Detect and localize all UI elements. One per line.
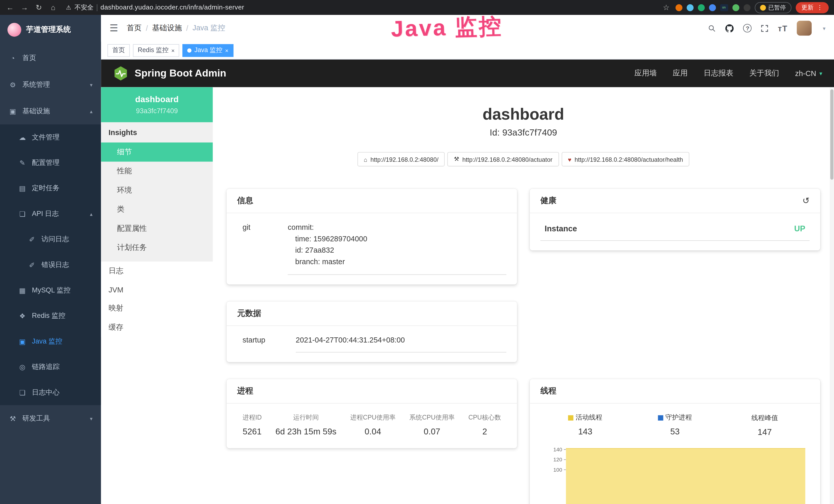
sidebar-item-home[interactable]: ◔ 首页 xyxy=(0,45,101,71)
legend-label: 活动线程 xyxy=(576,413,602,422)
metric-system-cpu: 系统CPU使用率 0.07 xyxy=(409,413,455,437)
address-bar[interactable]: ⚠ 不安全 dashboard.yudao.iocoder.cn/infra/a… xyxy=(66,3,244,12)
help-icon[interactable]: ? xyxy=(743,24,752,32)
process-card-body: 进程ID 5261 运行时间 6d 23h 15m 59s xyxy=(226,404,517,449)
info-card-header: 信息 xyxy=(226,189,517,213)
metric-process-cpu: 进程CPU使用率 0.04 xyxy=(350,413,396,437)
sba-item-caches[interactable]: 缓存 xyxy=(101,318,213,337)
fullscreen-icon[interactable] xyxy=(761,24,769,32)
chart-y-axis: 140 120 100 xyxy=(547,445,566,504)
avatar-caret-icon[interactable]: ▾ xyxy=(823,25,825,31)
sidebar-item-java-monitor[interactable]: ▣ Java 监控 xyxy=(0,329,101,354)
admin-sidebar: 芋道管理系统 ◔ 首页 ⚙ 系统管理 ▾ ▣ 基础设施 ▴ ☁ 文件管理 xyxy=(0,15,101,504)
home-icon[interactable]: ⌂ xyxy=(48,3,58,12)
forward-icon[interactable]: → xyxy=(20,3,29,12)
sba-language-select[interactable]: zh-CN ▾ xyxy=(795,69,822,77)
health-url-button[interactable]: ♥ http://192.168.0.2:48080/actuator/heal… xyxy=(562,152,689,166)
sba-item-environment[interactable]: 环境 xyxy=(101,181,213,200)
metric-uptime: 运行时间 6d 23h 15m 59s xyxy=(275,413,336,437)
tab-home[interactable]: 首页 xyxy=(107,44,130,57)
sba-nav-about[interactable]: 关于我们 xyxy=(749,69,779,78)
metric-label: 进程ID xyxy=(242,413,262,422)
more-menu-icon[interactable]: ⋮ xyxy=(817,4,823,11)
sidebar-item-system-mgmt[interactable]: ⚙ 系统管理 ▾ xyxy=(0,71,101,98)
sidebar-item-redis-monitor[interactable]: ❖ Redis 监控 xyxy=(0,303,101,328)
scrollbar[interactable] xyxy=(830,87,834,504)
threads-card-header: 线程 xyxy=(530,379,820,404)
extension-icon-orange[interactable] xyxy=(675,4,682,11)
metric-value: 2 xyxy=(468,427,501,437)
breadcrumb-home[interactable]: 首页 xyxy=(127,23,141,33)
sba-item-config-props[interactable]: 配置属性 xyxy=(101,219,213,238)
document-icon: ❏ xyxy=(18,388,26,396)
sba-item-details[interactable]: 细节 xyxy=(101,142,213,162)
sba-item-scheduled-tasks[interactable]: 计划任务 xyxy=(101,238,213,257)
list-icon: ▤ xyxy=(18,184,26,192)
sidebar-item-config-mgmt[interactable]: ✎ 配置管理 xyxy=(0,150,101,175)
warning-icon: ⚠ xyxy=(66,4,71,11)
sba-nav-journal[interactable]: 日志报表 xyxy=(704,69,733,78)
hamburger-icon[interactable]: ☰ xyxy=(110,22,118,34)
extension-icon-grid[interactable] xyxy=(709,4,716,11)
sidebar-item-scheduled-jobs[interactable]: ▤ 定时任务 xyxy=(0,175,101,201)
extension-icon-puzzle[interactable] xyxy=(743,4,750,11)
sba-item-mappings[interactable]: 映射 xyxy=(101,299,213,318)
sidebar-item-tracing[interactable]: ◎ 链路追踪 xyxy=(0,354,101,380)
sidebar-item-log-center[interactable]: ❏ 日志中心 xyxy=(0,380,101,405)
threads-card: 线程 活动线程 1 xyxy=(530,379,820,504)
health-instance-row[interactable]: Instance UP xyxy=(541,222,810,241)
layers-icon: ❖ xyxy=(18,312,26,320)
search-icon[interactable] xyxy=(708,24,716,32)
sba-item-jvm[interactable]: JVM xyxy=(101,281,213,299)
update-button[interactable]: 更新 ⋮ xyxy=(795,2,829,13)
extension-icon-green[interactable] xyxy=(698,4,705,11)
sba-item-classes[interactable]: 类 xyxy=(101,200,213,219)
user-avatar[interactable] xyxy=(797,21,812,36)
sba-brand[interactable]: Spring Boot Admin xyxy=(113,66,226,82)
breadcrumb-infrastructure[interactable]: 基础设施 xyxy=(152,23,182,33)
extension-icon-on[interactable]: on xyxy=(720,4,728,11)
sba-nav-applications[interactable]: 应用 xyxy=(673,69,687,78)
sidebar-item-error-logs[interactable]: ✐ 错误日志 xyxy=(0,252,101,278)
font-size-icon[interactable]: тT xyxy=(778,24,788,32)
actuator-url-button[interactable]: ⚒ http://192.168.0.2:48080/actuator xyxy=(447,152,559,166)
sidebar-item-infrastructure[interactable]: ▣ 基础设施 ▴ xyxy=(0,98,101,124)
legend-swatch-blue xyxy=(658,415,663,420)
tab-redis-monitor[interactable]: Redis 监控 × xyxy=(133,44,179,57)
heart-icon: ♥ xyxy=(568,156,571,162)
sidebar-item-mysql-monitor[interactable]: ▦ MySQL 监控 xyxy=(0,278,101,303)
eye-icon: ◎ xyxy=(18,363,26,371)
back-icon[interactable]: ← xyxy=(5,3,15,12)
extension-icon-drop[interactable] xyxy=(686,4,693,11)
browser-actions: ☆ on 已暂停 更新 ⋮ xyxy=(661,2,829,13)
tab-java-monitor[interactable]: Java 监控 × xyxy=(183,44,233,57)
close-icon[interactable]: × xyxy=(171,47,175,53)
sidebar-item-access-logs[interactable]: ✐ 访问日志 xyxy=(0,226,101,252)
extension-icon-leaf[interactable] xyxy=(732,4,739,11)
url-text[interactable]: dashboard.yudao.iocoder.cn/infra/admin-s… xyxy=(101,4,244,11)
sidebar-item-api-logs[interactable]: ❏ API 日志 ▴ xyxy=(0,201,101,226)
instance-header[interactable]: dashboard 93a3fc7f7409 xyxy=(101,87,213,122)
sidebar-item-file-mgmt[interactable]: ☁ 文件管理 xyxy=(0,124,101,150)
app-logo-row[interactable]: 芋道管理系统 xyxy=(0,15,101,45)
sba-nav-wallboard[interactable]: 应用墙 xyxy=(634,69,657,78)
process-card-title: 进程 xyxy=(237,386,253,396)
scrollbar-thumb[interactable] xyxy=(830,89,833,180)
service-url-button[interactable]: ⌂ http://192.168.0.2:48080/ xyxy=(357,152,445,166)
sidebar-item-dev-tools[interactable]: ⚒ 研发工具 ▾ xyxy=(0,405,101,432)
y-tick: 120 xyxy=(547,455,566,465)
history-icon[interactable]: ↺ xyxy=(803,196,810,206)
bookmark-star-icon[interactable]: ☆ xyxy=(661,3,671,12)
reload-icon[interactable]: ↻ xyxy=(34,3,44,12)
sidebar-item-label: MySQL 监控 xyxy=(32,285,70,295)
info-card: 信息 git commit: time: 1596289704000 id: 2 xyxy=(226,189,517,284)
security-label[interactable]: 不安全 xyxy=(74,3,94,12)
sba-item-metrics[interactable]: 性能 xyxy=(101,162,213,181)
legend-label: 线程峰值 xyxy=(751,414,778,423)
close-icon[interactable]: × xyxy=(225,47,228,53)
process-card-header: 进程 xyxy=(226,379,517,404)
cards-grid: 信息 git commit: time: 1596289704000 id: 2 xyxy=(226,189,820,504)
paused-badge[interactable]: 已暂停 xyxy=(754,2,791,13)
sba-item-logs[interactable]: 日志 xyxy=(101,261,213,281)
github-icon[interactable] xyxy=(725,24,734,32)
